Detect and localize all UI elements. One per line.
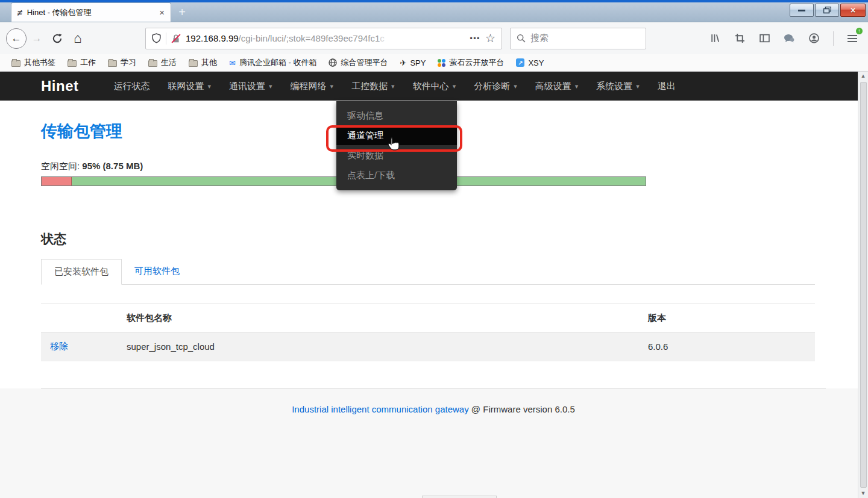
package-tabs: 已安装软件包 可用软件包 <box>41 259 815 285</box>
update-badge-icon: ↑ <box>855 26 864 36</box>
chevron-down-icon: ▾ <box>514 82 517 90</box>
urlbar-divider <box>166 33 166 45</box>
header-version: 版本 <box>648 313 815 324</box>
nav-item-network-settings[interactable]: 联网设置▾ <box>168 81 212 92</box>
bookmark-tencent-mail[interactable]: ✉腾讯企业邮箱 - 收件箱 <box>225 56 321 69</box>
account-button[interactable] <box>804 28 824 49</box>
reload-button[interactable] <box>47 28 68 49</box>
restore-button[interactable] <box>815 4 839 17</box>
chevron-down-icon: ▾ <box>453 82 456 90</box>
menu-item-channel-management[interactable]: 通道管理 <box>336 125 457 145</box>
menu-line <box>848 38 857 39</box>
folder-icon <box>189 60 198 67</box>
tab-bar: ≠ Hinet - 传输包管理 × + × <box>0 2 868 22</box>
nav-label: 软件中心 <box>413 81 449 92</box>
menu-item-point-table-updown[interactable]: 点表上/下载 <box>336 165 457 185</box>
shield-icon[interactable] <box>152 33 161 43</box>
tab-title: Hinet - 传输包管理 <box>27 7 155 18</box>
forward-icon: → <box>32 33 42 45</box>
nav-item-advanced-settings[interactable]: 高级设置▾ <box>535 81 579 92</box>
library-button[interactable] <box>705 28 725 49</box>
footer-gateway-link[interactable]: Industrial intelligent communication gat… <box>292 404 469 414</box>
page-footer: Industrial intelligent communication gat… <box>41 388 826 414</box>
bookmark-label: 其他书签 <box>24 57 55 68</box>
app-menu-button[interactable]: ↑ <box>843 29 862 48</box>
nav-item-system-settings[interactable]: 系统设置▾ <box>596 81 640 92</box>
nav-item-programming-network[interactable]: 编程网络▾ <box>291 81 334 92</box>
bookmark-folder-misc[interactable]: 其他 <box>184 56 221 69</box>
table-header-row: 软件包名称 版本 <box>41 304 815 332</box>
tab-available-packages[interactable]: 可用软件包 <box>122 259 192 284</box>
search-bar[interactable]: 搜索 <box>510 28 646 49</box>
header-package-name: 软件包名称 <box>127 313 648 324</box>
close-button[interactable]: × <box>840 4 866 17</box>
site-navbar: Hinet 运行状态 联网设置▾ 通讯设置▾ 编程网络▾ 工控数据▾ 软件中心▾… <box>0 72 868 101</box>
nav-item-run-status[interactable]: 运行状态 <box>114 81 150 92</box>
bookmark-label: 工作 <box>80 57 96 68</box>
nav-label: 分析诊断 <box>474 81 510 92</box>
menu-line <box>848 35 857 36</box>
page-scrollbar[interactable]: ▲ ▼ <box>858 72 868 498</box>
site-logo[interactable]: Hinet <box>41 78 79 95</box>
remove-package-link[interactable]: 移除 <box>50 341 68 351</box>
nav-item-comm-settings[interactable]: 通讯设置▾ <box>229 81 272 92</box>
scroll-down-icon[interactable]: ▼ <box>861 489 866 498</box>
nav-item-industrial-data[interactable]: 工控数据▾ <box>351 81 395 92</box>
bookmark-ezviz[interactable]: 萤石云开放平台 <box>433 56 508 69</box>
footer-firmware-text: @ Firmware version 6.0.5 <box>469 404 575 414</box>
screenshot-button[interactable] <box>729 28 750 49</box>
sidebar-icon <box>760 33 770 43</box>
home-button[interactable]: ⌂ <box>68 28 88 49</box>
nav-item-software-center[interactable]: 软件中心▾ <box>413 81 456 92</box>
tab-installed-packages[interactable]: 已安装软件包 <box>41 259 122 285</box>
browser-window: ≠ Hinet - 传输包管理 × + × ← → ⌂ <box>0 0 868 498</box>
insecure-lock-icon[interactable] <box>171 34 181 43</box>
close-icon: × <box>851 5 855 15</box>
nav-item-analysis-diagnosis[interactable]: 分析诊断▾ <box>474 81 517 92</box>
account-icon <box>809 33 819 43</box>
new-tab-button[interactable]: + <box>171 2 193 22</box>
scroll-up-icon[interactable]: ▲ <box>861 72 866 81</box>
spy-bird-icon: ✈ <box>400 59 406 67</box>
bookmark-xsy[interactable]: ↗XSY <box>512 57 548 69</box>
back-button[interactable]: ← <box>6 28 27 49</box>
url-text[interactable]: 192.168.9.99/cgi-bin/luci/;stok=489fe39e… <box>186 33 465 43</box>
url-path-fade: c <box>380 33 385 43</box>
status-heading: 状态 <box>41 231 815 247</box>
chevron-down-icon: ▾ <box>391 82 395 90</box>
menu-item-driver-info[interactable]: 驱动信息 <box>336 105 457 125</box>
menu-item-realtime-data[interactable]: 实时数据 <box>336 145 457 165</box>
url-path: /cgi-bin/luci/;stok=489fe39ec794fc1 <box>239 33 380 43</box>
forward-button[interactable]: → <box>27 28 47 49</box>
tab-close-icon[interactable]: × <box>159 7 165 17</box>
bookmark-management-platform[interactable]: 综合管理平台 <box>324 56 392 69</box>
folder-icon <box>148 60 157 67</box>
chat-extension-button[interactable] <box>779 28 799 49</box>
minimize-button[interactable] <box>790 4 814 17</box>
navigation-toolbar: ← → ⌂ 192.168.9.99/cgi-bin/luci/;stok=48… <box>0 22 868 54</box>
toolbar-right-icons: ↑ <box>705 28 862 49</box>
browser-tab-active[interactable]: ≠ Hinet - 传输包管理 × <box>11 2 171 22</box>
page-actions-icon[interactable]: ⋯ <box>470 32 480 45</box>
url-bar[interactable]: 192.168.9.99/cgi-bin/luci/;stok=489fe39e… <box>145 28 502 49</box>
bookmark-label: 学习 <box>121 57 136 68</box>
nav-label: 编程网络 <box>291 81 327 92</box>
search-placeholder[interactable]: 搜索 <box>530 33 549 44</box>
bookmark-folder-work[interactable]: 工作 <box>63 56 100 69</box>
nav-label: 运行状态 <box>114 81 150 92</box>
bookmark-spy[interactable]: ✈SPY <box>395 57 430 69</box>
bookmark-folder-other-bookmarks[interactable]: 其他书签 <box>7 56 60 69</box>
nav-item-logout[interactable]: 退出 <box>658 81 676 92</box>
nav-label: 联网设置 <box>168 81 204 92</box>
folder-icon <box>68 60 77 67</box>
bookmark-star-icon[interactable]: ☆ <box>485 31 495 45</box>
chevron-down-icon: ▾ <box>330 82 334 90</box>
scrollbar-thumb[interactable] <box>860 82 867 488</box>
nav-label: 高级设置 <box>535 81 571 92</box>
bookmark-folder-study[interactable]: 学习 <box>104 56 140 69</box>
back-icon: ← <box>11 33 22 45</box>
sidebar-toggle-button[interactable] <box>754 28 775 49</box>
menu-line <box>848 41 857 42</box>
industrial-data-dropdown: 驱动信息 通道管理 实时数据 点表上/下载 <box>336 101 457 190</box>
bookmark-folder-life[interactable]: 生活 <box>144 56 181 69</box>
